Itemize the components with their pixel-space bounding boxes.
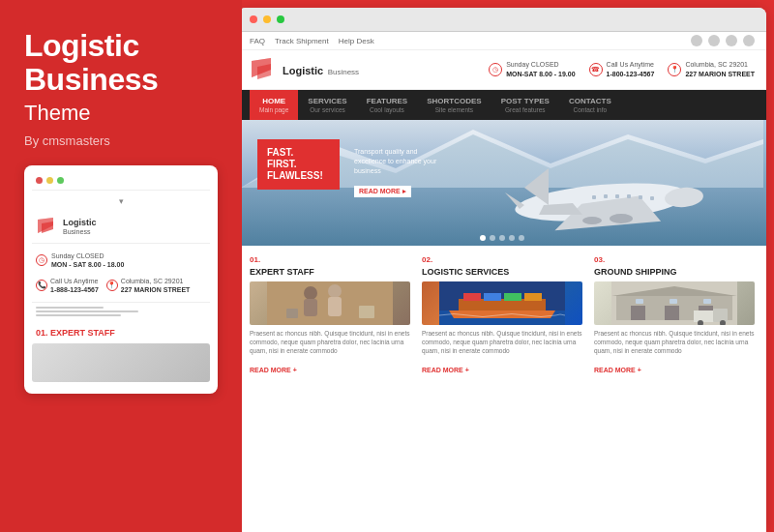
hero-dot-3[interactable] xyxy=(499,235,505,241)
nav-line-1 xyxy=(36,307,104,309)
browser-content: FAQ Track Shipment Help Desk Logis xyxy=(238,32,766,532)
mobile-contact-row: 📞 Call Us Anytime 1-888-123-4567 📍 Colum… xyxy=(32,275,210,298)
browser-dot-yellow xyxy=(263,15,271,23)
dropdown-arrow-icon: ▾ xyxy=(119,196,124,206)
mobile-address-col: 📍 Columbia, SC 29201 227 MARION STREET xyxy=(106,277,191,294)
feature-logistic-services: 02. LOGISTIC SERVICES xyxy=(422,255,582,376)
mobile-dropdown: ▾ xyxy=(32,196,210,206)
hero-dot-5[interactable] xyxy=(519,235,524,241)
nav-home[interactable]: HOME Main page xyxy=(250,90,298,120)
svg-rect-41 xyxy=(631,306,645,320)
header-phone-text: Call Us Anytime 1-800-123-4567 xyxy=(607,60,655,79)
topbar-faq[interactable]: FAQ xyxy=(250,37,265,45)
mobile-logo-icon xyxy=(36,216,57,237)
svg-rect-35 xyxy=(484,293,501,301)
mobile-section-title: 01. EXPERT STAFF xyxy=(32,326,210,340)
logistic-ship-photo xyxy=(422,281,582,325)
mobile-address-text: Columbia, SC 29201 227 MARION STREET xyxy=(121,277,191,294)
svg-marker-11 xyxy=(505,192,524,209)
site-logo-icon xyxy=(250,56,277,83)
mobile-dot-green xyxy=(57,177,64,184)
header-hours-text: Sunday CLOSED MON-SAT 8.00 - 19.00 xyxy=(506,60,575,79)
features-row: 01. EXPERT STAFF xyxy=(238,246,766,382)
feature2-image xyxy=(422,281,582,325)
header-phone-item: ☎ Call Us Anytime 1-800-123-4567 xyxy=(589,60,655,79)
nav-services-label: SERVICES xyxy=(308,97,346,105)
svg-rect-17 xyxy=(592,195,596,199)
svg-rect-34 xyxy=(463,293,481,301)
mobile-nav xyxy=(32,302,210,320)
nav-services-sub: Our services xyxy=(310,106,344,113)
feature3-read-more[interactable]: READ MORE + xyxy=(594,367,641,373)
hero-description: Transport quality and excellence to enha… xyxy=(354,147,451,175)
header-address-item: 📍 Columbia, SC 29201 227 MARION STREET xyxy=(668,60,755,79)
site-hero: FAST. FIRST. FLAWLESS! Transport quality… xyxy=(238,120,766,246)
svg-point-16 xyxy=(582,217,602,224)
hero-dot-4[interactable] xyxy=(509,235,515,241)
topbar-helpdesk[interactable]: Help Desk xyxy=(339,37,374,45)
mobile-mockup: ▾ Logistic Business ◷ Sunday CLOSED MON … xyxy=(24,165,218,393)
nav-contacts[interactable]: CONTACTS Contact info xyxy=(559,90,621,120)
header-phone-icon: ☎ xyxy=(589,63,603,76)
expert-staff-photo xyxy=(250,281,410,325)
mobile-phone-col: 📞 Call Us Anytime 1-888-123-4567 xyxy=(36,277,99,294)
nav-posttypes[interactable]: POST TYPES Great features xyxy=(491,90,559,120)
mobile-dot-red xyxy=(36,177,43,184)
mobile-logo-row: Logistic Business xyxy=(32,212,210,244)
svg-rect-20 xyxy=(627,194,631,198)
hero-read-more-button[interactable]: READ MORE ▸ xyxy=(354,186,411,197)
site-header: Logistic Business ◷ Sunday CLOSED MON-SA… xyxy=(238,50,766,90)
hero-airplane-svg xyxy=(495,139,708,246)
title-line2: Business xyxy=(24,63,218,97)
site-nav: HOME Main page SERVICES Our services FEA… xyxy=(238,90,766,120)
svg-rect-28 xyxy=(286,309,298,318)
svg-rect-21 xyxy=(639,195,642,199)
clock-icon: ◷ xyxy=(36,254,47,266)
social-googleplus-icon[interactable] xyxy=(743,35,755,46)
social-facebook-icon[interactable] xyxy=(708,35,720,46)
nav-line-3 xyxy=(36,314,121,316)
svg-rect-25 xyxy=(304,299,317,316)
feature1-read-more[interactable]: READ MORE + xyxy=(250,367,297,373)
site-logo-text: Logistic Business xyxy=(283,61,359,78)
feature2-read-more[interactable]: READ MORE + xyxy=(422,367,469,373)
left-panel: Logistic Business Theme By cmsmasters ▾ … xyxy=(0,0,242,532)
mobile-expert-staff-image xyxy=(32,343,210,382)
nav-line-2 xyxy=(36,310,138,312)
svg-rect-22 xyxy=(650,196,654,200)
hero-dot-1[interactable] xyxy=(480,235,486,241)
svg-rect-29 xyxy=(359,306,374,318)
svg-marker-2 xyxy=(42,222,53,233)
svg-rect-44 xyxy=(636,299,643,304)
svg-rect-18 xyxy=(604,194,608,198)
nav-services[interactable]: SERVICES Our services xyxy=(298,90,356,120)
svg-point-15 xyxy=(610,214,633,223)
social-twitter-icon[interactable] xyxy=(726,35,737,46)
nav-features-label: FEATURES xyxy=(367,97,408,105)
header-hours-item: ◷ Sunday CLOSED MON-SAT 8.00 - 19.00 xyxy=(489,60,575,79)
header-location-icon: 📍 xyxy=(668,63,681,76)
topbar-track[interactable]: Track Shipment xyxy=(275,37,329,45)
nav-features[interactable]: FEATURES Cool layouts xyxy=(357,90,418,120)
feature1-image xyxy=(250,281,410,325)
nav-home-sub: Main page xyxy=(259,106,288,113)
social-linkedin-icon[interactable] xyxy=(691,35,702,46)
hero-dot-2[interactable] xyxy=(490,235,495,241)
theme-label: Theme xyxy=(24,101,218,126)
header-address-text: Columbia, SC 29201 227 MARION STREET xyxy=(685,60,755,79)
mobile-logo-sub: Business xyxy=(63,228,97,235)
hero-line2: FIRST. xyxy=(267,159,330,170)
mobile-logo-text: Logistic Business xyxy=(63,219,97,235)
feature2-title: LOGISTIC SERVICES xyxy=(422,267,582,277)
feature1-title: EXPERT STAFF xyxy=(250,267,410,277)
site-logo[interactable]: Logistic Business xyxy=(250,56,359,83)
nav-shortcodes[interactable]: SHORTCODES Site elements xyxy=(417,90,491,120)
site-logo-main: Logistic xyxy=(283,65,323,76)
svg-rect-36 xyxy=(504,293,521,301)
svg-rect-48 xyxy=(713,309,728,322)
feature3-num: 03. xyxy=(594,255,755,264)
feature2-text: Praesent ac rhoncus nibh. Quisque tincid… xyxy=(422,329,582,355)
nav-shortcodes-sub: Site elements xyxy=(435,106,473,113)
topbar-social xyxy=(691,35,755,46)
header-clock-icon: ◷ xyxy=(489,63,502,76)
